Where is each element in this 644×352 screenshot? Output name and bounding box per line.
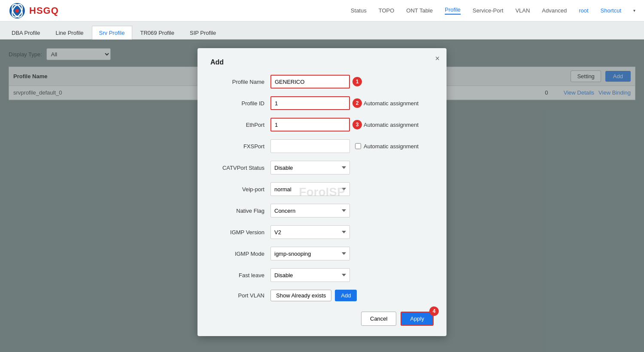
apply-wrapper: Apply 4 <box>401 312 434 326</box>
form-row-catvport: CATVPort Status Disable Enable <box>210 161 434 174</box>
show-already-btn[interactable]: Show Already exists <box>270 290 331 301</box>
tab-line-profile[interactable]: Line Profile <box>48 26 91 40</box>
native-flag-select[interactable]: Concern None <box>270 204 350 217</box>
profile-id-input[interactable] <box>270 96 350 110</box>
profile-name-input[interactable] <box>270 75 350 89</box>
apply-button[interactable]: Apply <box>401 312 434 326</box>
cancel-button[interactable]: Cancel <box>361 312 396 326</box>
nav-profile[interactable]: Profile <box>445 6 461 15</box>
shortcut-chevron: ▾ <box>633 8 635 13</box>
veipport-select[interactable]: normal high <box>270 182 350 196</box>
logo-area: HSGQ <box>9 2 59 19</box>
top-nav: HSGQ Status TOPO ONT Table Profile Servi… <box>0 0 644 21</box>
step-4-badge: 4 <box>429 306 439 316</box>
fxsport-label: FXSPort <box>210 143 270 150</box>
form-row-port-vlan: Port VLAN Show Already exists Add <box>210 290 434 301</box>
igmp-version-select[interactable]: V2 V3 <box>270 225 350 239</box>
modal-title: Add <box>210 58 434 66</box>
nav-advanced[interactable]: Advanced <box>542 7 567 14</box>
step-3-badge: 3 <box>352 120 362 129</box>
form-row-fxsport: FXSPort Automatic assignment <box>210 139 434 153</box>
profile-name-wrapper: 1 <box>270 75 350 89</box>
catvport-label: CATVPort Status <box>210 165 270 171</box>
svg-point-3 <box>15 9 19 12</box>
form-row-profile-name: Profile Name 1 <box>210 75 434 89</box>
fast-leave-label: Fast leave <box>210 272 270 279</box>
nav-shortcut[interactable]: Shortcut <box>601 7 621 14</box>
form-row-veipport: Veip-port normal high <box>210 182 434 196</box>
fxsport-input[interactable] <box>270 139 350 153</box>
ethport-auto-assign[interactable]: Automatic assignment <box>355 122 419 128</box>
tab-srv-profile[interactable]: Srv Profile <box>92 26 132 40</box>
sub-tabs: DBA Profile Line Profile Srv Profile TR0… <box>0 21 644 40</box>
nav-ont-table[interactable]: ONT Table <box>406 7 433 14</box>
igmp-mode-select[interactable]: igmp-snooping igmp-proxy <box>270 247 350 260</box>
fxsport-checkbox[interactable] <box>355 143 361 149</box>
step-1-badge: 1 <box>352 77 362 86</box>
nav-root[interactable]: root <box>579 7 588 14</box>
logo-icon <box>9 2 26 19</box>
tab-dba-profile[interactable]: DBA Profile <box>4 26 47 40</box>
form-row-igmp-version: IGMP Version V2 V3 <box>210 225 434 239</box>
step-2-badge: 2 <box>352 98 362 108</box>
modal-close-button[interactable]: × <box>435 54 440 63</box>
nav-topo[interactable]: TOPO <box>379 7 395 14</box>
fxsport-auto-assign[interactable]: Automatic assignment <box>355 143 419 150</box>
form-row-ethport: EthPort 3 Automatic assignment <box>210 118 434 132</box>
ethport-input[interactable] <box>270 118 350 132</box>
form-row-native-flag: Native Flag Concern None <box>210 204 434 217</box>
form-row-igmp-mode: IGMP Mode igmp-snooping igmp-proxy <box>210 247 434 260</box>
ethport-label: EthPort <box>210 122 270 128</box>
profile-id-auto-label: Automatic assignment <box>364 100 419 107</box>
ethport-wrapper: 3 <box>270 118 350 132</box>
nav-service-port[interactable]: Service-Port <box>473 7 504 14</box>
profile-name-label: Profile Name <box>210 79 270 85</box>
profile-id-label: Profile ID <box>210 100 270 107</box>
native-flag-label: Native Flag <box>210 208 270 214</box>
tab-sip-profile[interactable]: SIP Profile <box>182 26 223 40</box>
profile-id-auto-assign[interactable]: Automatic assignment <box>355 100 419 107</box>
tab-tr069-profile[interactable]: TR069 Profile <box>133 26 182 40</box>
add-port-vlan-btn[interactable]: Add <box>335 290 357 301</box>
catvport-select[interactable]: Disable Enable <box>270 161 350 174</box>
modal-footer: Cancel Apply 4 <box>210 312 434 326</box>
nav-status[interactable]: Status <box>351 7 367 14</box>
nav-vlan[interactable]: VLAN <box>515 7 530 14</box>
logo-text: HSGQ <box>29 5 59 16</box>
nav-links: Status TOPO ONT Table Profile Service-Po… <box>351 6 635 15</box>
port-vlan-label: Port VLAN <box>210 292 270 299</box>
fast-leave-select[interactable]: Disable Enable <box>270 268 350 282</box>
port-vlan-btns: Show Already exists Add <box>270 290 357 301</box>
ethport-auto-label: Automatic assignment <box>364 122 419 128</box>
veipport-label: Veip-port <box>210 186 270 193</box>
content-area: Display Type: All Profile Name Pro... Se… <box>0 40 644 352</box>
igmp-mode-label: IGMP Mode <box>210 251 270 257</box>
modal-overlay: Add × ForoISP Profile Name 1 Profile ID … <box>0 40 644 352</box>
profile-id-wrapper: 2 <box>270 96 350 110</box>
add-modal: Add × ForoISP Profile Name 1 Profile ID … <box>197 48 447 336</box>
form-row-fast-leave: Fast leave Disable Enable <box>210 268 434 282</box>
igmp-version-label: IGMP Version <box>210 229 270 236</box>
form-row-profile-id: Profile ID 2 Automatic assignment <box>210 96 434 110</box>
fxsport-auto-label: Automatic assignment <box>364 143 419 150</box>
